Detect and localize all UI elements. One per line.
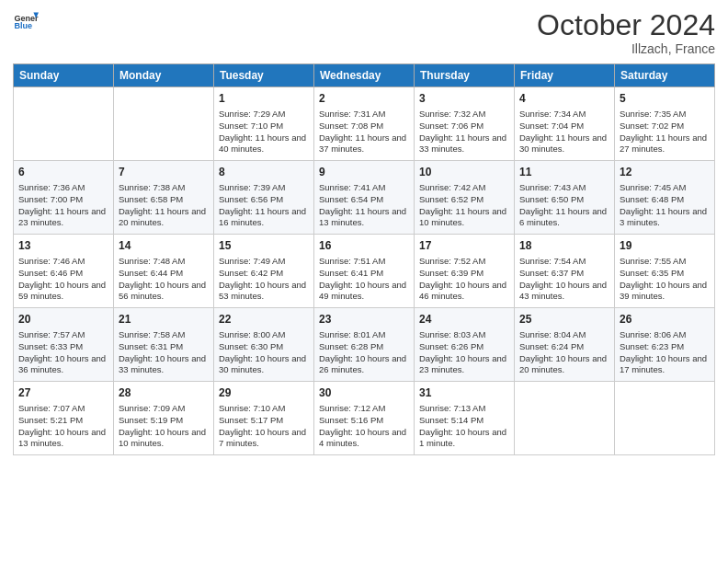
cell-content: Sunrise: 7:35 AM Sunset: 7:02 PM Dayligh…: [620, 109, 710, 155]
logo-icon: General Blue: [13, 9, 39, 35]
month-title: October 2024: [537, 9, 715, 41]
day-cell-1: 1Sunrise: 7:29 AM Sunset: 7:10 PM Daylig…: [214, 87, 314, 161]
svg-text:Blue: Blue: [14, 21, 32, 30]
cell-content: Sunrise: 7:57 AM Sunset: 6:33 PM Dayligh…: [18, 329, 108, 376]
day-cell-27: 27Sunrise: 7:07 AM Sunset: 5:21 PM Dayli…: [14, 382, 114, 455]
cell-content: Sunrise: 7:13 AM Sunset: 5:14 PM Dayligh…: [419, 403, 509, 450]
day-number: 17: [419, 238, 509, 254]
day-cell-31: 31Sunrise: 7:13 AM Sunset: 5:14 PM Dayli…: [415, 382, 515, 455]
day-number: 30: [319, 385, 409, 401]
cell-content: Sunrise: 7:49 AM Sunset: 6:42 PM Dayligh…: [219, 256, 309, 303]
title-area: October 2024 Illzach, France: [537, 9, 715, 56]
day-number: 14: [119, 238, 209, 254]
calendar-page: General Blue October 2024 Illzach, Franc…: [0, 0, 728, 563]
cell-content: Sunrise: 7:48 AM Sunset: 6:44 PM Dayligh…: [119, 256, 209, 303]
day-number: 29: [219, 385, 309, 401]
day-cell-19: 19Sunrise: 7:55 AM Sunset: 6:35 PM Dayli…: [615, 235, 715, 308]
cell-content: Sunrise: 7:32 AM Sunset: 7:06 PM Dayligh…: [419, 109, 509, 155]
cell-content: Sunrise: 7:07 AM Sunset: 5:21 PM Dayligh…: [18, 403, 108, 450]
day-cell-20: 20Sunrise: 7:57 AM Sunset: 6:33 PM Dayli…: [14, 308, 114, 382]
cell-content: Sunrise: 7:43 AM Sunset: 6:50 PM Dayligh…: [519, 182, 609, 229]
empty-cell: [615, 382, 715, 455]
week-row-5: 27Sunrise: 7:07 AM Sunset: 5:21 PM Dayli…: [14, 382, 715, 455]
cell-content: Sunrise: 7:58 AM Sunset: 6:31 PM Dayligh…: [119, 329, 209, 376]
week-row-1: 1Sunrise: 7:29 AM Sunset: 7:10 PM Daylig…: [14, 87, 715, 161]
day-cell-26: 26Sunrise: 8:06 AM Sunset: 6:23 PM Dayli…: [615, 308, 715, 382]
day-number: 21: [119, 312, 209, 327]
day-cell-4: 4Sunrise: 7:34 AM Sunset: 7:04 PM Daylig…: [515, 87, 615, 161]
cell-content: Sunrise: 7:34 AM Sunset: 7:04 PM Dayligh…: [519, 109, 609, 155]
cell-content: Sunrise: 7:36 AM Sunset: 7:00 PM Dayligh…: [18, 182, 108, 229]
day-cell-11: 11Sunrise: 7:43 AM Sunset: 6:50 PM Dayli…: [515, 161, 615, 235]
day-cell-28: 28Sunrise: 7:09 AM Sunset: 5:19 PM Dayli…: [114, 382, 214, 455]
header-row: SundayMondayTuesdayWednesdayThursdayFrid…: [14, 64, 715, 87]
day-header-tuesday: Tuesday: [214, 64, 314, 87]
cell-content: Sunrise: 7:38 AM Sunset: 6:58 PM Dayligh…: [119, 182, 209, 229]
day-number: 23: [319, 312, 409, 327]
cell-content: Sunrise: 7:41 AM Sunset: 6:54 PM Dayligh…: [319, 182, 409, 229]
day-number: 18: [519, 238, 609, 254]
empty-cell: [114, 87, 214, 161]
day-number: 27: [18, 385, 108, 401]
day-header-sunday: Sunday: [14, 64, 114, 87]
day-number: 7: [119, 165, 209, 180]
cell-content: Sunrise: 7:10 AM Sunset: 5:17 PM Dayligh…: [219, 403, 309, 450]
day-cell-29: 29Sunrise: 7:10 AM Sunset: 5:17 PM Dayli…: [214, 382, 314, 455]
week-row-3: 13Sunrise: 7:46 AM Sunset: 6:46 PM Dayli…: [14, 235, 715, 308]
cell-content: Sunrise: 8:00 AM Sunset: 6:30 PM Dayligh…: [219, 329, 309, 376]
cell-content: Sunrise: 8:01 AM Sunset: 6:28 PM Dayligh…: [319, 329, 409, 376]
day-cell-30: 30Sunrise: 7:12 AM Sunset: 5:16 PM Dayli…: [314, 382, 415, 455]
day-cell-25: 25Sunrise: 8:04 AM Sunset: 6:24 PM Dayli…: [515, 308, 615, 382]
day-cell-7: 7Sunrise: 7:38 AM Sunset: 6:58 PM Daylig…: [114, 161, 214, 235]
day-number: 1: [219, 91, 309, 107]
day-cell-9: 9Sunrise: 7:41 AM Sunset: 6:54 PM Daylig…: [314, 161, 415, 235]
day-number: 11: [519, 165, 609, 180]
cell-content: Sunrise: 8:04 AM Sunset: 6:24 PM Dayligh…: [519, 329, 609, 376]
day-cell-14: 14Sunrise: 7:48 AM Sunset: 6:44 PM Dayli…: [114, 235, 214, 308]
location: Illzach, France: [537, 41, 715, 56]
day-number: 24: [419, 312, 509, 327]
day-cell-3: 3Sunrise: 7:32 AM Sunset: 7:06 PM Daylig…: [415, 87, 515, 161]
cell-content: Sunrise: 7:39 AM Sunset: 6:56 PM Dayligh…: [219, 182, 309, 229]
cell-content: Sunrise: 7:31 AM Sunset: 7:08 PM Dayligh…: [319, 109, 409, 155]
cell-content: Sunrise: 7:52 AM Sunset: 6:39 PM Dayligh…: [419, 256, 509, 303]
cell-content: Sunrise: 7:29 AM Sunset: 7:10 PM Dayligh…: [219, 109, 309, 155]
day-number: 4: [519, 91, 609, 107]
day-cell-8: 8Sunrise: 7:39 AM Sunset: 6:56 PM Daylig…: [214, 161, 314, 235]
cell-content: Sunrise: 7:54 AM Sunset: 6:37 PM Dayligh…: [519, 256, 609, 303]
day-number: 25: [519, 312, 609, 327]
day-cell-5: 5Sunrise: 7:35 AM Sunset: 7:02 PM Daylig…: [615, 87, 715, 161]
calendar-table: SundayMondayTuesdayWednesdayThursdayFrid…: [13, 63, 715, 455]
day-cell-2: 2Sunrise: 7:31 AM Sunset: 7:08 PM Daylig…: [314, 87, 415, 161]
day-number: 16: [319, 238, 409, 254]
day-header-thursday: Thursday: [415, 64, 515, 87]
day-cell-18: 18Sunrise: 7:54 AM Sunset: 6:37 PM Dayli…: [515, 235, 615, 308]
day-number: 26: [620, 312, 710, 327]
cell-content: Sunrise: 7:42 AM Sunset: 6:52 PM Dayligh…: [419, 182, 509, 229]
day-cell-22: 22Sunrise: 8:00 AM Sunset: 6:30 PM Dayli…: [214, 308, 314, 382]
day-number: 9: [319, 165, 409, 180]
empty-cell: [14, 87, 114, 161]
cell-content: Sunrise: 7:46 AM Sunset: 6:46 PM Dayligh…: [18, 256, 108, 303]
day-cell-17: 17Sunrise: 7:52 AM Sunset: 6:39 PM Dayli…: [415, 235, 515, 308]
cell-content: Sunrise: 7:51 AM Sunset: 6:41 PM Dayligh…: [319, 256, 409, 303]
day-number: 12: [620, 165, 710, 180]
day-number: 3: [419, 91, 509, 107]
week-row-4: 20Sunrise: 7:57 AM Sunset: 6:33 PM Dayli…: [14, 308, 715, 382]
cell-content: Sunrise: 7:45 AM Sunset: 6:48 PM Dayligh…: [620, 182, 710, 229]
day-cell-15: 15Sunrise: 7:49 AM Sunset: 6:42 PM Dayli…: [214, 235, 314, 308]
day-cell-24: 24Sunrise: 8:03 AM Sunset: 6:26 PM Dayli…: [415, 308, 515, 382]
cell-content: Sunrise: 7:12 AM Sunset: 5:16 PM Dayligh…: [319, 403, 409, 450]
day-header-saturday: Saturday: [615, 64, 715, 87]
header: General Blue October 2024 Illzach, Franc…: [13, 9, 715, 56]
day-number: 19: [620, 238, 710, 254]
day-header-monday: Monday: [114, 64, 214, 87]
day-number: 13: [18, 238, 108, 254]
day-number: 28: [119, 385, 209, 401]
day-cell-16: 16Sunrise: 7:51 AM Sunset: 6:41 PM Dayli…: [314, 235, 415, 308]
day-cell-10: 10Sunrise: 7:42 AM Sunset: 6:52 PM Dayli…: [415, 161, 515, 235]
cell-content: Sunrise: 7:09 AM Sunset: 5:19 PM Dayligh…: [119, 403, 209, 450]
cell-content: Sunrise: 7:55 AM Sunset: 6:35 PM Dayligh…: [620, 256, 710, 303]
day-cell-23: 23Sunrise: 8:01 AM Sunset: 6:28 PM Dayli…: [314, 308, 415, 382]
week-row-2: 6Sunrise: 7:36 AM Sunset: 7:00 PM Daylig…: [14, 161, 715, 235]
